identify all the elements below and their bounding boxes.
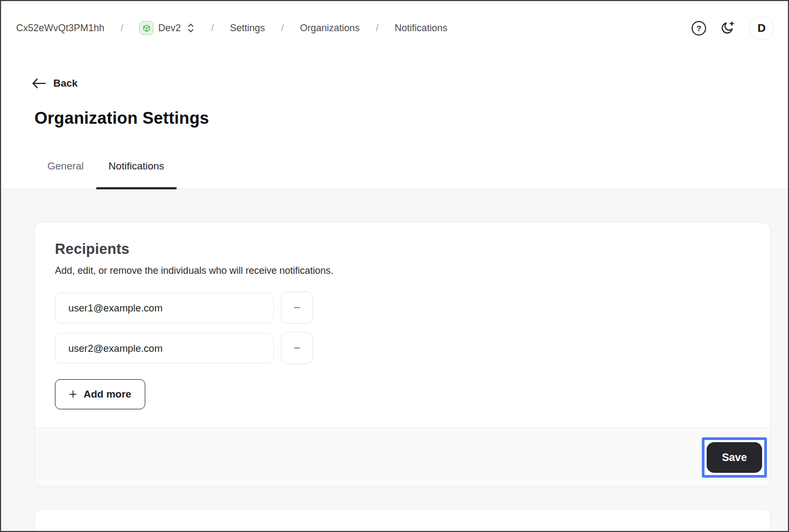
tab-notifications[interactable]: Notifications (96, 130, 177, 189)
breadcrumb-organizations[interactable]: Organizations (300, 23, 360, 34)
breadcrumb-project[interactable]: Cx52eWvQt3PM1hh (16, 23, 104, 34)
breadcrumb-settings[interactable]: Settings (230, 23, 265, 34)
topbar-actions: ? D (692, 16, 774, 40)
recipient-email-input-2[interactable] (55, 333, 274, 364)
theme-toggle-button[interactable] (720, 20, 735, 36)
save-button-focus-ring: Save (702, 437, 767, 478)
recipient-email-input-1[interactable] (55, 293, 274, 323)
settings-tabs: General Notifications (35, 130, 788, 189)
breadcrumb-separator: / (121, 23, 123, 34)
add-more-label: Add more (83, 388, 131, 400)
back-link[interactable]: Back (32, 76, 78, 90)
recipient-row: − (55, 293, 751, 324)
next-settings-card (34, 509, 771, 532)
tab-general[interactable]: General (35, 130, 96, 189)
recipients-card: Recipients Add, edit, or remove the indi… (34, 222, 771, 487)
remove-recipient-button-1[interactable]: − (281, 292, 313, 324)
save-button[interactable]: Save (707, 442, 762, 473)
page-header: Back Organization Settings General Notif… (1, 55, 788, 189)
breadcrumb: Cx52eWvQt3PM1hh / Dev2 / Settings / Orga… (16, 21, 447, 35)
chevron-updown-icon (187, 22, 195, 34)
back-arrow-icon (32, 78, 46, 89)
minus-icon: − (294, 342, 301, 354)
content-area: Recipients Add, edit, or remove the indi… (1, 189, 788, 532)
topbar: Cx52eWvQt3PM1hh / Dev2 / Settings / Orga… (1, 1, 788, 55)
breadcrumb-separator: / (281, 23, 284, 34)
recipient-row: − (55, 333, 751, 364)
help-button[interactable]: ? (692, 21, 706, 36)
plus-icon: + (69, 387, 77, 401)
page-title: Organization Settings (34, 107, 788, 130)
question-mark-icon: ? (692, 21, 706, 36)
user-avatar[interactable]: D (749, 16, 774, 40)
recipients-card-body: Recipients Add, edit, or remove the indi… (35, 223, 770, 428)
add-more-button[interactable]: + Add more (55, 379, 145, 409)
remove-recipient-button-2[interactable]: − (281, 332, 313, 364)
back-label: Back (53, 77, 78, 89)
environment-cube-icon (139, 21, 153, 35)
minus-icon: − (294, 302, 301, 314)
moon-plus-icon (720, 20, 735, 36)
breadcrumb-notifications[interactable]: Notifications (394, 23, 447, 34)
organization-settings-page: { "topbar": { "breadcrumb": { "separator… (0, 0, 789, 532)
environment-name: Dev2 (158, 23, 181, 34)
recipients-card-footer: Save (35, 428, 770, 486)
breadcrumb-separator: / (376, 23, 378, 34)
breadcrumb-separator: / (211, 23, 214, 34)
recipients-description: Add, edit, or remove the individuals who… (55, 265, 751, 276)
breadcrumb-environment-selector[interactable]: Dev2 (139, 21, 195, 35)
recipients-heading: Recipients (55, 241, 751, 258)
